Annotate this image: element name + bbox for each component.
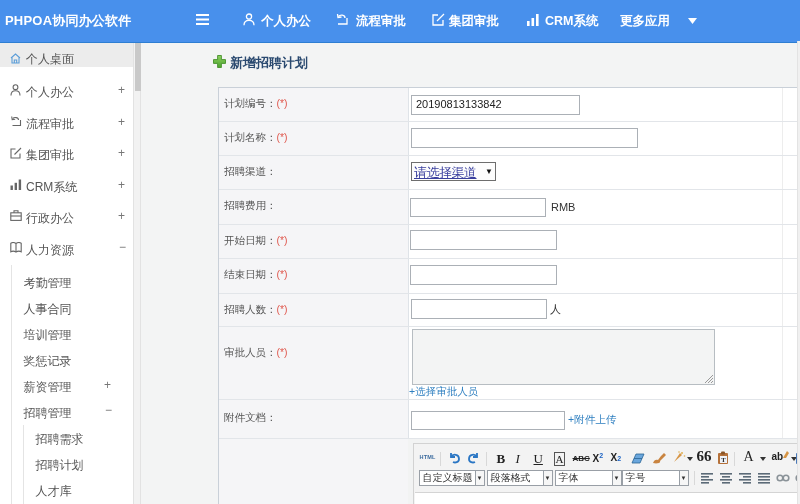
svg-text:T: T (721, 456, 726, 463)
